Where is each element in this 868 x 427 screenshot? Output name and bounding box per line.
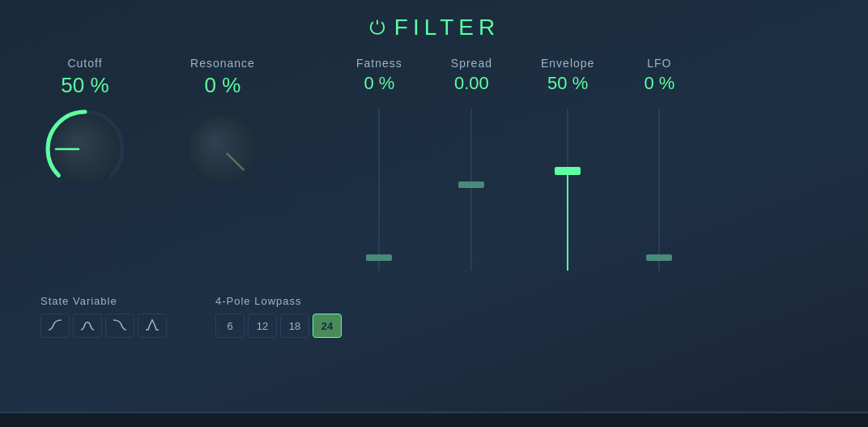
- power-icon[interactable]: [368, 19, 386, 36]
- filter-type-label: State Variable: [40, 295, 167, 307]
- fatness-track: [378, 109, 380, 271]
- resonance-label: Resonance: [190, 57, 255, 70]
- pole-18-button[interactable]: 18: [280, 314, 309, 338]
- spread-col: Spread 0.00: [451, 57, 492, 279]
- shape-highpass-button[interactable]: [105, 314, 134, 338]
- spread-track: [470, 109, 472, 271]
- envelope-value: 50 %: [547, 73, 588, 94]
- shape-lowpass-button[interactable]: [40, 314, 70, 338]
- filter-title: FILTER: [0, 0, 868, 41]
- fatness-col: Fatness 0 %: [356, 57, 402, 279]
- pole-24-button[interactable]: 24: [313, 314, 342, 338]
- spread-slider[interactable]: [455, 100, 487, 279]
- cutoff-knob[interactable]: [40, 105, 130, 194]
- bottom-bar: [0, 413, 868, 427]
- lfo-track: [658, 109, 660, 271]
- filter-panel: FILTER Cutoff 50 % Resonance 0 % Fatness…: [0, 0, 868, 413]
- bottom-section: State Variable: [0, 279, 868, 354]
- pole-6-button[interactable]: 6: [215, 314, 245, 338]
- shape-peak-button[interactable]: [138, 314, 167, 338]
- cutoff-label: Cutoff: [67, 57, 102, 70]
- fatness-slider[interactable]: [363, 100, 395, 279]
- resonance-value: 0 %: [205, 73, 241, 98]
- fatness-label: Fatness: [356, 57, 402, 70]
- envelope-thumb[interactable]: [555, 167, 581, 175]
- envelope-col: Envelope 50 %: [541, 57, 594, 279]
- resonance-section: Resonance 0 %: [178, 57, 267, 194]
- lfo-col: LFO 0 %: [643, 57, 675, 279]
- lfo-slider[interactable]: [643, 100, 675, 279]
- cutoff-value: 50 %: [61, 73, 108, 98]
- controls-row: Cutoff 50 % Resonance 0 % Fatness 0 %: [0, 41, 868, 279]
- spread-label: Spread: [451, 57, 492, 70]
- pole-12-button[interactable]: 12: [248, 314, 277, 338]
- envelope-label: Envelope: [541, 57, 594, 70]
- title-text: FILTER: [394, 15, 500, 41]
- envelope-fill: [567, 173, 568, 271]
- lfo-thumb[interactable]: [646, 254, 672, 261]
- fatness-thumb[interactable]: [366, 254, 392, 261]
- pole-buttons: 6 12 18 24: [215, 314, 342, 338]
- sliders-section: Fatness 0 % Spread 0.00 Envelope 50 %: [332, 57, 675, 279]
- spread-thumb[interactable]: [458, 181, 484, 188]
- envelope-slider[interactable]: [551, 100, 584, 279]
- cutoff-section: Cutoff 50 %: [40, 57, 130, 194]
- fatness-value: 0 %: [364, 73, 394, 94]
- pole-section: 4-Pole Lowpass 6 12 18 24: [215, 295, 342, 338]
- shape-buttons: [40, 314, 167, 338]
- resonance-knob[interactable]: [178, 105, 267, 194]
- shape-bandpass-button[interactable]: [73, 314, 102, 338]
- lfo-label: LFO: [647, 57, 671, 70]
- lfo-value: 0 %: [644, 73, 674, 94]
- spread-value: 0.00: [454, 73, 489, 94]
- filter-type-section: State Variable: [40, 295, 167, 338]
- pole-filter-label: 4-Pole Lowpass: [215, 295, 342, 307]
